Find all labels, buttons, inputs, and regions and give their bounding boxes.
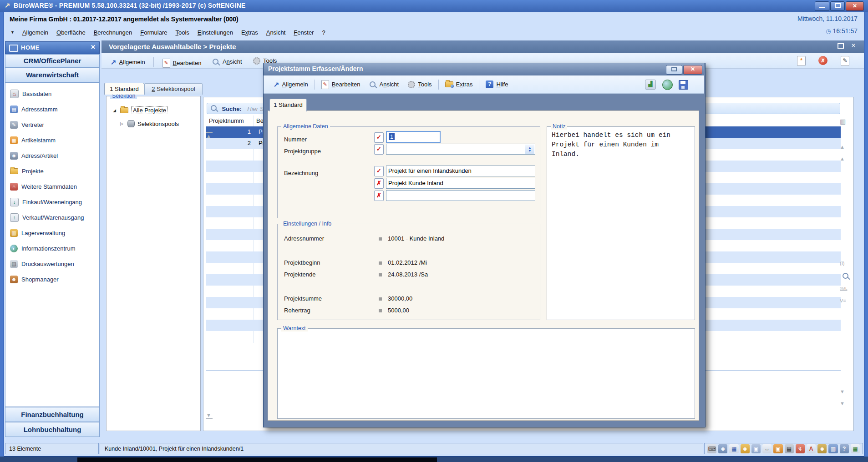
shield-copy-icon[interactable]: ▥ bbox=[828, 444, 838, 453]
bezeichnung-input-2[interactable]: Projekt Kunde Inland bbox=[386, 178, 535, 189]
dialog-toolbar-tools[interactable]: Tools bbox=[403, 75, 436, 94]
sidebar-item-shopmanager[interactable]: Shopmanager bbox=[10, 274, 59, 285]
caret-collapsed-icon[interactable]: ▷ bbox=[120, 121, 125, 126]
menu-formulare[interactable]: Formulare bbox=[136, 28, 171, 37]
menu-einstellungen[interactable]: Einstellungen bbox=[193, 28, 237, 37]
dialog-close-button[interactable]: ✕ bbox=[683, 65, 702, 75]
sidebar-item-artikelstamm[interactable]: Artikelstamm bbox=[10, 135, 56, 146]
menu-extras[interactable]: Extras bbox=[237, 28, 262, 37]
user-edit-icon[interactable]: ☻ bbox=[718, 444, 727, 453]
sidebar-close-icon[interactable]: ✕ bbox=[91, 44, 96, 50]
close-window-icon[interactable]: ✕ bbox=[851, 42, 856, 49]
minimize-button[interactable] bbox=[815, 1, 829, 11]
page-down-icon[interactable]: ▼ bbox=[840, 400, 852, 407]
sidebar-item-projekte[interactable]: Projekte bbox=[10, 166, 44, 176]
tree-item-alle-projekte[interactable]: ◢ Alle Projekte bbox=[113, 106, 168, 114]
sidebar-item-druckauswertungen[interactable]: Druckauswertungen bbox=[10, 258, 74, 269]
xml-export-icon[interactable]: XML bbox=[840, 286, 852, 292]
calculator-icon[interactable]: ▦ bbox=[729, 444, 738, 453]
window-lock-icon[interactable]: ▣ bbox=[773, 444, 782, 453]
maximize-button[interactable] bbox=[830, 1, 845, 11]
page-up-icon[interactable]: ▲ bbox=[840, 144, 852, 150]
sidebar-item-vertreter[interactable]: Vertreter bbox=[10, 119, 44, 130]
sidebar-item-label: Shopmanager bbox=[21, 276, 59, 283]
menu-ansicht[interactable]: Ansicht bbox=[262, 28, 290, 37]
save-icon[interactable] bbox=[679, 80, 688, 90]
column-width-icon[interactable]: ↔ bbox=[762, 444, 772, 453]
sidebar-item-weitere-stammdaten[interactable]: Weitere Stammdaten bbox=[10, 181, 77, 192]
spinner-icon[interactable]: ▲▼ bbox=[525, 145, 534, 154]
sidebar-section-crm[interactable]: CRM/OfficePlaner bbox=[5, 54, 100, 68]
sidebar-item-einkauf[interactable]: Einkauf/Wareneingang bbox=[10, 196, 82, 207]
sidebar-section-warenwirtschaft[interactable]: Warenwirtschaft bbox=[5, 68, 100, 82]
scroll-up-icon[interactable]: ▲ bbox=[840, 156, 852, 162]
filter-icon[interactable]: ∇≡ bbox=[840, 297, 852, 304]
bezeichnung-input-3[interactable] bbox=[386, 190, 535, 201]
scroll-down-icon[interactable]: ▼ bbox=[840, 388, 852, 395]
cancel-icon[interactable]: ✗ bbox=[818, 56, 827, 65]
user-hierarchy-icon[interactable]: ☻ bbox=[817, 444, 827, 453]
paragraph-icon[interactable]: (I) bbox=[840, 260, 852, 266]
dialog-toolbar-allgemein[interactable]: ↗Allgemein bbox=[269, 75, 313, 94]
scroll-top-icon[interactable]: ▲ bbox=[206, 132, 213, 139]
sidebar-item-adress-artikel[interactable]: Adress/Artikel bbox=[10, 150, 58, 161]
nummer-input[interactable]: 1 bbox=[386, 131, 441, 143]
scroll-bottom-icon[interactable]: ▼ bbox=[206, 412, 213, 419]
projektsumme-label: Projektsumme bbox=[284, 295, 322, 302]
new-record-icon[interactable]: * bbox=[797, 56, 806, 66]
sidebar-item-adressstamm[interactable]: Adressstamm bbox=[10, 104, 57, 115]
edit-record-icon[interactable]: ✎ bbox=[841, 56, 849, 66]
user-help-icon[interactable]: ? bbox=[840, 444, 849, 453]
rohertrag-value: 5000,00 bbox=[388, 307, 409, 314]
caret-expanded-icon[interactable]: ◢ bbox=[113, 108, 117, 113]
menu-fenster[interactable]: Fenster bbox=[289, 28, 318, 37]
sidebar-item-verkauf[interactable]: Verkauf/Warenausgang bbox=[10, 212, 84, 223]
tab-selektionspool[interactable]: 2 Selektionspool bbox=[144, 83, 203, 95]
projektgruppe-input[interactable]: ▲▼ bbox=[386, 144, 535, 155]
menu-caret-icon[interactable]: ▼ bbox=[7, 30, 18, 35]
window-tile-icon[interactable]: ▣ bbox=[751, 444, 761, 453]
dialog-toolbar-extras[interactable]: Extras bbox=[441, 75, 477, 94]
printer-icon[interactable]: ▤ bbox=[785, 444, 794, 453]
dialog-maximize-button[interactable] bbox=[666, 65, 682, 75]
sidebar-section-finanzbuchhaltung[interactable]: Finanzbuchhaltung bbox=[5, 407, 100, 422]
tab-standard[interactable]: 1 Standard bbox=[104, 83, 144, 95]
close-button[interactable]: ✕ bbox=[846, 1, 864, 11]
toolbar-separator bbox=[153, 57, 154, 67]
window-flash-icon[interactable]: ↯ bbox=[796, 444, 805, 453]
calendar-icon[interactable]: ▦ bbox=[851, 444, 860, 453]
bezeichnung-input-1[interactable]: Projekt für einen Inlandskunden bbox=[386, 166, 535, 176]
toolbar-bearbeiten[interactable]: ✎Bearbeiten bbox=[158, 55, 206, 70]
toolbar-ansicht[interactable]: Ansicht bbox=[208, 54, 247, 69]
sidebar-item-basisdaten[interactable]: Basisdaten bbox=[10, 88, 51, 99]
sidebar-section-lohnbuchhaltung[interactable]: Lohnbuchhaltung bbox=[5, 422, 100, 437]
search-input[interactable]: Hier S bbox=[247, 105, 264, 112]
globe-icon[interactable] bbox=[662, 80, 673, 90]
dialog-toolbar-ansicht[interactable]: Ansicht bbox=[365, 75, 404, 94]
allgemein-arrow-icon: ↗ bbox=[274, 80, 279, 89]
gear-icon bbox=[408, 81, 415, 88]
menu-allgemein[interactable]: Allgemein bbox=[18, 28, 52, 37]
toolbar-allgemein[interactable]: ↗Allgemein bbox=[106, 55, 150, 70]
user-alert-icon[interactable]: ☻ bbox=[741, 444, 750, 453]
sidebar-item-informationszentrum[interactable]: Informationszentrum bbox=[10, 243, 76, 254]
menu-berechnungen[interactable]: Berechnungen bbox=[90, 28, 137, 37]
dialog-tab-standard[interactable]: 1 Standard bbox=[269, 99, 307, 111]
dialog-toolbar-bearbeiten[interactable]: ✎Bearbeiten bbox=[317, 75, 365, 94]
menu-hilfe[interactable]: ? bbox=[318, 28, 329, 37]
columns-select-icon[interactable] bbox=[840, 118, 852, 125]
search-list-icon[interactable] bbox=[843, 273, 854, 280]
menu-tools[interactable]: Tools bbox=[171, 28, 193, 37]
statistics-icon[interactable]: ▟ bbox=[645, 80, 656, 90]
status-message: Kunde Inland/10001, Projekt für einen In… bbox=[100, 443, 703, 454]
menu-oberflaeche[interactable]: Oberfläche bbox=[52, 28, 90, 37]
nummer-label: Nummer bbox=[284, 136, 307, 143]
keyboard-icon[interactable]: ⌨ bbox=[707, 444, 716, 453]
sidebar-item-lagerverwaltung[interactable]: Lagerverwaltung bbox=[10, 227, 65, 238]
font-window-icon[interactable]: A bbox=[807, 444, 816, 453]
notiz-textarea[interactable]: Hierbei handelt es sich um ein Projekt f… bbox=[552, 131, 682, 159]
restore-window-icon[interactable] bbox=[838, 43, 844, 49]
column-header-projektnummer[interactable]: Projektnumm bbox=[209, 117, 244, 124]
dialog-toolbar-hilfe[interactable]: ?Hilfe bbox=[481, 75, 513, 94]
tree-item-selektionspools[interactable]: ▷ Selektionspools bbox=[120, 120, 179, 127]
